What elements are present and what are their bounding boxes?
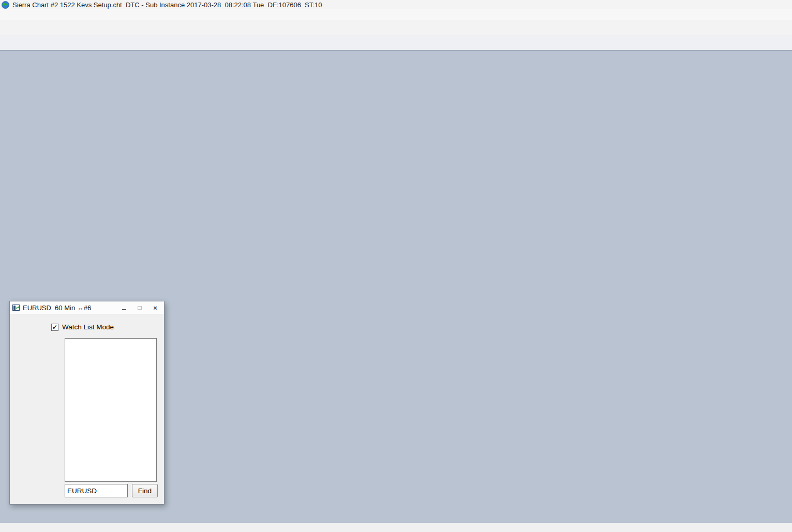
app-titlebar: Sierra Chart #2 1522 Kevs Setup.cht DTC … [0,0,792,9]
chart-window-icon [12,305,20,311]
dialog-minimize-button[interactable] [118,303,130,312]
find-button[interactable]: Find [132,484,158,497]
chartbook-tab-bar [0,36,792,51]
chart-window-tab-bar [0,523,792,532]
watch-list-mode-checkbox[interactable]: ✓ [51,324,58,331]
dialog-maximize-button[interactable] [133,303,146,312]
app-title: Sierra Chart #2 1522 Kevs Setup.cht DTC … [12,1,322,9]
watch-list-mode-label: Watch List Mode [62,323,114,331]
find-symbol-input[interactable] [65,484,128,497]
menu-bar [0,9,792,20]
dialog-close-button[interactable]: × [149,303,161,312]
workspace: EURUSD 60 Min ↔#6 × ✓ Watch List Mode Fi… [0,51,792,523]
symbol-list[interactable] [65,338,157,482]
watchlist-dialog: EURUSD 60 Min ↔#6 × ✓ Watch List Mode Fi… [9,301,165,505]
watchlist-dialog-title: EURUSD 60 Min ↔#6 [23,304,91,312]
globe-icon [2,1,9,9]
watch-list-mode-row: ✓ Watch List Mode [51,323,114,331]
watchlist-dialog-titlebar[interactable]: EURUSD 60 Min ↔#6 × [10,301,164,314]
toolbar [0,20,792,36]
